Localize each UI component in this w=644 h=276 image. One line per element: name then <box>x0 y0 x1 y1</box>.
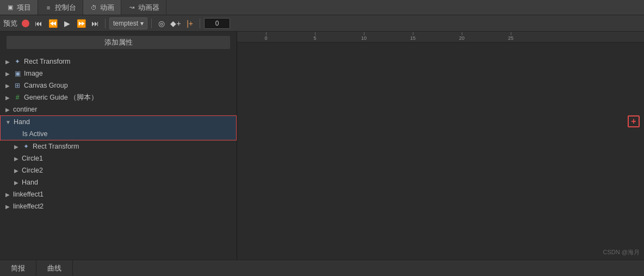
icon-generic-guide: # <box>13 94 22 101</box>
ruler-tick-0: 0 <box>242 32 290 41</box>
arrow-image: ▶ <box>4 71 11 77</box>
top-tab-bar: ▣ 项目 ≡ 控制台 ⏱ 动画 ↝ 动画器 <box>0 0 644 15</box>
label-circle2: Circle2 <box>22 167 43 174</box>
scene-dropdown[interactable]: temptest ▾ <box>109 17 147 29</box>
timeline-ruler: 0 5 10 15 20 25 <box>237 32 644 42</box>
prop-item-circle2[interactable]: ▶Circle2 <box>0 164 237 176</box>
label-hand: Hand <box>14 118 30 126</box>
label-is-active: Is Active <box>22 130 48 138</box>
console-icon: ≡ <box>45 4 52 11</box>
arrow-linkeffect2: ▶ <box>4 204 11 210</box>
bottom-tabs: 简报 曲线 <box>0 260 644 276</box>
arrow-linkeffect1: ▶ <box>4 192 11 198</box>
add-property-button[interactable]: 添加属性 <box>7 36 230 49</box>
tab-project[interactable]: ▣ 项目 <box>0 0 38 15</box>
prop-item-image[interactable]: ▶▣Image <box>0 68 237 79</box>
label-hand2: Hand <box>22 179 38 186</box>
tab-console[interactable]: ≡ 控制台 <box>38 0 83 15</box>
prop-item-rect-transform2[interactable]: ▶✦Rect Transform <box>0 140 237 152</box>
prop-item-continer[interactable]: ▶continer <box>0 103 237 115</box>
prop-item-rect-transform[interactable]: ▶✦Rect Transform <box>0 56 237 68</box>
add-key-button[interactable]: ◆+ <box>170 17 182 29</box>
timeline-content: + <box>237 42 644 260</box>
target-button[interactable]: ◎ <box>156 17 168 29</box>
separator-3 <box>200 19 200 28</box>
preview-label: 预览 <box>3 19 17 28</box>
tab-animation-label: 动画 <box>100 3 114 13</box>
left-panel: 添加属性 ▶✦Rect Transform▶▣Image▶⊞Canvas Gro… <box>0 32 237 260</box>
tab-console-label: 控制台 <box>55 3 76 13</box>
label-continer: continer <box>13 106 37 113</box>
arrow-rect-transform: ▶ <box>4 59 11 65</box>
ruler-tick-15: 15 <box>388 32 437 41</box>
arrow-circle2: ▶ <box>13 168 20 174</box>
label-rect-transform2: Rect Transform <box>33 143 79 150</box>
arrow-rect-transform2: ▶ <box>13 144 20 150</box>
dropdown-arrow: ▾ <box>140 20 144 27</box>
icon-image: ▣ <box>13 70 22 77</box>
hand-section-outline: ▼HandIs Active <box>0 115 237 140</box>
step-forward-button[interactable]: ⏩ <box>75 17 87 29</box>
icon-rect-transform2: ✦ <box>22 143 30 150</box>
scene-name: temptest <box>113 20 138 27</box>
arrow-canvas-group: ▶ <box>4 83 11 89</box>
arrow-hand: ▼ <box>5 119 11 125</box>
ruler-tick-10: 10 <box>339 32 388 41</box>
prop-item-linkeffect2[interactable]: ▶linkeffect2 <box>0 200 237 212</box>
step-back-button[interactable]: ⏪ <box>47 17 59 29</box>
arrow-hand2: ▶ <box>13 180 20 186</box>
label-rect-transform: Rect Transform <box>24 58 70 65</box>
add-keyframe-button[interactable]: + <box>628 115 640 127</box>
separator-1 <box>105 19 106 28</box>
label-linkeffect1: linkeffect1 <box>13 191 44 198</box>
prop-item-generic-guide[interactable]: ▶#Generic Guide （脚本） <box>0 91 237 103</box>
label-image: Image <box>24 70 43 77</box>
record-button[interactable] <box>22 20 29 27</box>
ruler-tick-20: 20 <box>437 32 486 41</box>
project-icon: ▣ <box>7 4 14 11</box>
arrow-continer: ▶ <box>4 107 11 113</box>
label-generic-guide: Generic Guide （脚本） <box>24 93 98 102</box>
tab-animator[interactable]: ↝ 动画器 <box>121 0 166 15</box>
prop-item-is-active[interactable]: Is Active <box>1 128 236 140</box>
main-area: 添加属性 ▶✦Rect Transform▶▣Image▶⊞Canvas Gro… <box>0 32 644 260</box>
icon-canvas-group: ⊞ <box>13 82 22 89</box>
tab-curve[interactable]: 曲线 <box>36 260 73 276</box>
label-circle1: Circle1 <box>22 155 43 162</box>
tab-animation[interactable]: ⏱ 动画 <box>83 0 121 15</box>
label-canvas-group: Canvas Group <box>24 82 68 89</box>
right-panel: 0 5 10 15 20 25 <box>237 32 644 260</box>
prop-item-hand[interactable]: ▼Hand <box>1 116 236 128</box>
cursor-button[interactable]: |+ <box>184 17 196 29</box>
go-to-end-button[interactable]: ⏭ <box>89 17 101 29</box>
animation-icon: ⏱ <box>90 4 97 11</box>
time-input[interactable]: 0 <box>204 18 230 29</box>
arrow-circle1: ▶ <box>13 156 20 162</box>
tab-summary[interactable]: 简报 <box>0 260 36 276</box>
ruler-tick-5: 5 <box>290 32 339 41</box>
tab-animator-label: 动画器 <box>138 3 159 13</box>
add-property-label: 添加属性 <box>104 38 133 46</box>
go-to-start-button[interactable]: ⏮ <box>33 17 45 29</box>
play-button[interactable]: ▶ <box>61 17 73 29</box>
prop-item-canvas-group[interactable]: ▶⊞Canvas Group <box>0 79 237 91</box>
separator-2 <box>151 19 152 28</box>
property-tree: ▶✦Rect Transform▶▣Image▶⊞Canvas Group▶#G… <box>0 53 237 260</box>
prop-item-circle1[interactable]: ▶Circle1 <box>0 152 237 164</box>
tab-project-label: 项目 <box>17 3 31 13</box>
toolbar: 预览 ⏮ ⏪ ▶ ⏩ ⏭ temptest ▾ ◎ ◆+ |+ 0 <box>0 15 644 32</box>
prop-item-linkeffect1[interactable]: ▶linkeffect1 <box>0 188 237 200</box>
prop-item-hand2[interactable]: ▶Hand <box>0 176 237 188</box>
animator-icon: ↝ <box>128 4 135 11</box>
label-linkeffect2: linkeffect2 <box>13 203 44 210</box>
ruler-tick-25: 25 <box>486 32 535 41</box>
watermark: CSDN @海月 <box>603 248 640 256</box>
icon-rect-transform: ✦ <box>13 58 22 65</box>
arrow-generic-guide: ▶ <box>4 95 11 101</box>
